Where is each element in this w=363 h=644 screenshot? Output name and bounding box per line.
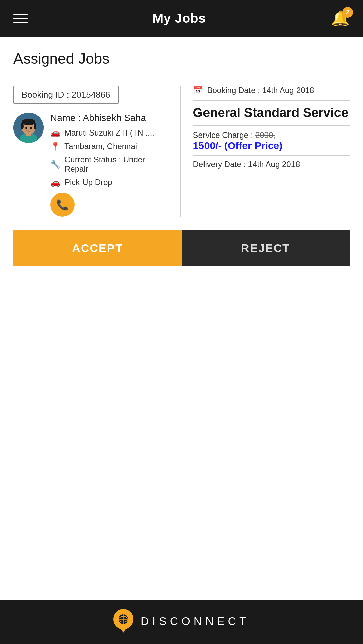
svg-point-6 <box>34 123 36 129</box>
right-divider-3 <box>193 155 350 156</box>
avatar <box>13 113 44 143</box>
svg-point-5 <box>21 123 24 129</box>
page-title: Assigned Jobs <box>13 50 350 67</box>
location-icon: 📍 <box>50 142 60 151</box>
location-pin-icon <box>113 609 133 633</box>
card-inner: Booking ID : 20154866 <box>13 86 350 217</box>
bottom-bar: DISCONNECT <box>0 600 363 644</box>
original-price: 2000, <box>255 130 275 140</box>
phone-icon: 📞 <box>56 199 69 211</box>
service-charge: Service Charge : 2000, 1500/- (Offer Pri… <box>193 130 350 151</box>
delivery-date: Delivery Date : 14th Aug 2018 <box>193 160 350 169</box>
right-divider-2 <box>193 125 350 126</box>
app-header: My Jobs 🔔 2 <box>0 0 363 37</box>
status-detail: 🔧 Current Status : Under Repair <box>50 155 170 174</box>
notification-button[interactable]: 🔔 2 <box>331 10 350 27</box>
calendar-icon: 📅 <box>193 86 203 95</box>
job-card: Booking ID : 20154866 <box>13 86 350 266</box>
customer-details: Name : Abhisekh Saha 🚗 Maruti Suzuki ZTI… <box>50 113 170 217</box>
right-divider-1 <box>193 100 350 101</box>
pickup-icon: 🚗 <box>50 178 60 187</box>
disconnect-label[interactable]: DISCONNECT <box>141 614 250 628</box>
svg-point-4 <box>22 119 35 125</box>
pickup-detail: 🚗 Pick-Up Drop <box>50 178 170 187</box>
reject-button[interactable]: REJECT <box>182 230 350 266</box>
status-text: Current Status : Under Repair <box>64 155 170 174</box>
phone-call-button[interactable]: 📞 <box>50 193 75 217</box>
svg-point-7 <box>25 127 27 129</box>
svg-point-8 <box>30 127 32 129</box>
car-icon: 🚗 <box>50 128 60 138</box>
hamburger-menu[interactable] <box>13 14 28 23</box>
accept-button[interactable]: ACCEPT <box>13 230 182 266</box>
vehicle-detail: 🚗 Maruti Suzuki ZTI (TN .... <box>50 128 170 138</box>
customer-row: Name : Abhisekh Saha 🚗 Maruti Suzuki ZTI… <box>13 113 170 217</box>
action-buttons: ACCEPT REJECT <box>13 230 350 266</box>
notification-badge: 2 <box>342 7 353 18</box>
status-icon: 🔧 <box>50 160 60 169</box>
card-right: 📅 Booking Date : 14th Aug 2018 General S… <box>181 86 350 217</box>
offer-price: 1500/- (Offer Price) <box>193 140 283 151</box>
location-detail: 📍 Tambaram, Chennai <box>50 142 170 151</box>
customer-name: Name : Abhisekh Saha <box>50 113 170 123</box>
header-title: My Jobs <box>152 11 206 26</box>
booking-id: Booking ID : 20154866 <box>13 86 119 104</box>
service-title: General Standard Service <box>193 105 350 121</box>
card-left: Booking ID : 20154866 <box>13 86 181 217</box>
svg-marker-14 <box>119 627 127 633</box>
title-divider <box>13 75 350 75</box>
main-content: Assigned Jobs Booking ID : 20154866 <box>0 37 363 266</box>
booking-date: 📅 Booking Date : 14th Aug 2018 <box>193 86 350 95</box>
